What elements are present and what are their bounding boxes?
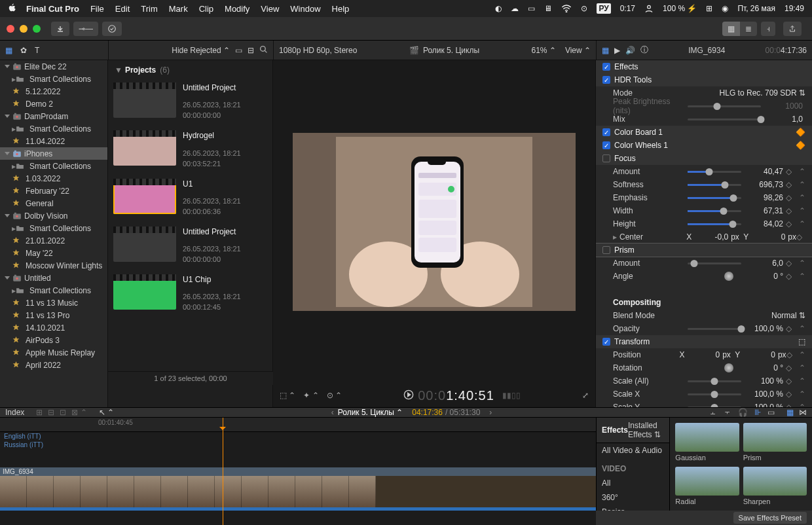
zoom-window[interactable] bbox=[33, 25, 41, 33]
inspector-tab-info-icon[interactable]: ⓘ bbox=[640, 45, 648, 56]
library-item[interactable]: Apple Music Replay bbox=[0, 346, 107, 359]
project-item[interactable]: Untitled Project26.05.2023, 18:2100:00:0… bbox=[108, 224, 272, 272]
library-item[interactable]: 11 vs 13 Pro bbox=[0, 309, 107, 321]
library-event[interactable]: Elite Dec 22 bbox=[0, 60, 107, 73]
checkbox[interactable]: ✓ bbox=[602, 141, 610, 149]
slider[interactable] bbox=[688, 184, 741, 186]
caption-tracks[interactable]: English (iTT) Russian (iTT) bbox=[0, 432, 596, 449]
checkbox[interactable] bbox=[602, 154, 610, 162]
inspector-tab-color-icon[interactable]: ▶ bbox=[614, 46, 620, 55]
library-item[interactable]: May '22 bbox=[0, 247, 107, 259]
effect-item[interactable]: Prism bbox=[743, 423, 807, 463]
tl-audio-icon[interactable]: 🎧 bbox=[738, 408, 748, 417]
library-item[interactable]: 1.03.2022 bbox=[0, 172, 107, 185]
project-item[interactable]: Untitled Project26.05.2023, 18:2100:00:0… bbox=[108, 80, 272, 128]
clip-label[interactable]: IMG_6934 bbox=[0, 467, 596, 476]
library-item[interactable]: 14.10.2021 bbox=[0, 321, 107, 334]
library-item[interactable]: 21.01.2022 bbox=[0, 234, 107, 247]
minimize-window[interactable] bbox=[20, 25, 28, 33]
reveal-button[interactable]: ⌃ bbox=[799, 403, 805, 407]
apple-menu[interactable] bbox=[8, 3, 17, 14]
keyframe-button[interactable]: ◇ bbox=[786, 324, 795, 333]
keyword-button[interactable]: ⊸— bbox=[73, 22, 98, 36]
library-item[interactable]: General bbox=[0, 197, 107, 209]
clip-appearance-icon[interactable]: ▭ bbox=[235, 46, 242, 55]
tl-skim-icon[interactable]: ⊪ bbox=[754, 408, 761, 417]
slider[interactable] bbox=[688, 393, 741, 395]
tl-solo-icon[interactable]: ▭ bbox=[767, 408, 775, 417]
focus-center[interactable]: ▸CenterX -0,0 px Y 0 px◇ bbox=[596, 230, 812, 244]
reveal-button[interactable]: ⌃ bbox=[799, 206, 805, 215]
library-item[interactable]: ▸ Smart Collections bbox=[0, 73, 107, 85]
menu-view[interactable]: View bbox=[261, 4, 279, 14]
keyframe-button[interactable]: ◇ bbox=[786, 403, 795, 407]
colorboard-section[interactable]: ✓Color Board 1🔶 bbox=[596, 126, 812, 139]
reveal-button[interactable]: ⌃ bbox=[799, 219, 805, 228]
project-item[interactable]: U126.05.2023, 18:2100:00:06:36 bbox=[108, 176, 272, 224]
viewer-view-menu[interactable]: View ⌃ bbox=[565, 46, 591, 55]
prism-section[interactable]: Prism bbox=[596, 244, 812, 257]
hdr-section[interactable]: ✓HDR Tools bbox=[596, 73, 812, 86]
titles-tab-icon[interactable]: T bbox=[35, 46, 39, 55]
slider[interactable] bbox=[688, 380, 741, 382]
reveal-button[interactable]: ⌃ bbox=[799, 350, 805, 359]
focus-height[interactable]: Height84,02◇⌃ bbox=[596, 217, 812, 230]
checkbox[interactable]: ✓ bbox=[602, 338, 610, 346]
timeline[interactable]: 00:01:40:45 English (iTT) Russian (iTT) … bbox=[0, 418, 596, 525]
app-menu[interactable]: Final Cut Pro bbox=[26, 4, 79, 14]
checkbox[interactable]: ✓ bbox=[602, 128, 610, 136]
menubar-time[interactable]: 0:17 bbox=[620, 4, 635, 13]
tl-select-tool[interactable]: ↖ ⌃ bbox=[99, 408, 114, 417]
effects-category[interactable]: 360° bbox=[597, 490, 669, 505]
menu-help[interactable]: Help bbox=[332, 4, 350, 14]
menu-modify[interactable]: Modify bbox=[225, 4, 249, 14]
bg-render-button[interactable] bbox=[102, 22, 122, 36]
reveal-button[interactable]: ⌃ bbox=[799, 272, 805, 281]
slider[interactable] bbox=[688, 105, 761, 107]
wifi-icon[interactable] bbox=[561, 5, 572, 12]
project-thumb[interactable] bbox=[113, 130, 176, 166]
retime-tool[interactable]: ⊙ ⌃ bbox=[327, 391, 342, 400]
library-item[interactable]: 11.04.2022 bbox=[0, 135, 107, 147]
reveal-button[interactable]: ⌃ bbox=[799, 363, 805, 372]
layout-list-icon[interactable]: ≣ bbox=[740, 22, 757, 36]
focus-emphasis[interactable]: Emphasis98,26◇⌃ bbox=[596, 191, 812, 204]
timeline-name[interactable]: Ролик 5. Циклы ⌃ bbox=[338, 408, 403, 417]
tray-icon[interactable]: 🖥 bbox=[544, 4, 552, 13]
playhead[interactable] bbox=[223, 418, 223, 525]
project-thumb[interactable] bbox=[113, 82, 176, 118]
tray-icon[interactable]: ☁ bbox=[511, 4, 519, 13]
project-item[interactable]: U1 Chip26.05.2023, 18:2100:00:12:45 bbox=[108, 272, 272, 319]
keyframe-button[interactable]: ◇ bbox=[796, 232, 805, 242]
focus-amount[interactable]: Amount40,47◇⌃ bbox=[596, 165, 812, 178]
effects-category[interactable]: All bbox=[597, 476, 669, 490]
transform-onscreen-icon[interactable]: ⬚ bbox=[798, 337, 805, 346]
effect-item[interactable]: Sharpen bbox=[743, 467, 807, 507]
angle-dial[interactable] bbox=[724, 363, 733, 372]
tl-snap-icon[interactable]: ⫟ bbox=[724, 408, 731, 417]
tray-icon[interactable]: ⊞ bbox=[706, 4, 712, 13]
video-clip[interactable] bbox=[0, 476, 596, 507]
keyframe-button[interactable]: ◇ bbox=[786, 363, 795, 372]
color-swatch-icon[interactable]: 🔶 bbox=[796, 128, 805, 137]
cat-all-av[interactable]: All Video & Audio bbox=[597, 443, 669, 458]
menu-edit[interactable]: Edit bbox=[115, 4, 130, 14]
library-item[interactable]: ▸ Smart Collections bbox=[0, 284, 107, 297]
keyframe-button[interactable]: ◇ bbox=[786, 259, 795, 268]
library-item[interactable]: 5.12.2022 bbox=[0, 85, 107, 98]
library-tab-icon[interactable]: ▦ bbox=[5, 46, 12, 55]
import-button[interactable] bbox=[51, 22, 69, 36]
transform-position[interactable]: PositionX 0 px Y 0 px◇⌃ bbox=[596, 348, 812, 361]
viewer-canvas[interactable] bbox=[273, 60, 595, 384]
slider[interactable] bbox=[688, 407, 741, 408]
play-button[interactable] bbox=[403, 389, 414, 402]
library-event[interactable]: Untitled bbox=[0, 272, 107, 284]
grouping-icon[interactable]: ⊟ bbox=[248, 46, 254, 55]
fullscreen-button[interactable]: ⤢ bbox=[582, 391, 589, 400]
viewer-zoom[interactable]: 61% ⌃ bbox=[532, 46, 556, 55]
search-icon[interactable] bbox=[259, 45, 268, 56]
siri-icon[interactable]: ◉ bbox=[722, 4, 728, 13]
reveal-button[interactable]: ⌃ bbox=[799, 389, 805, 399]
library-item[interactable]: 11 vs 13 Music bbox=[0, 297, 107, 309]
tl-tool-icon[interactable]: ⊠ ⌃ bbox=[71, 408, 86, 417]
